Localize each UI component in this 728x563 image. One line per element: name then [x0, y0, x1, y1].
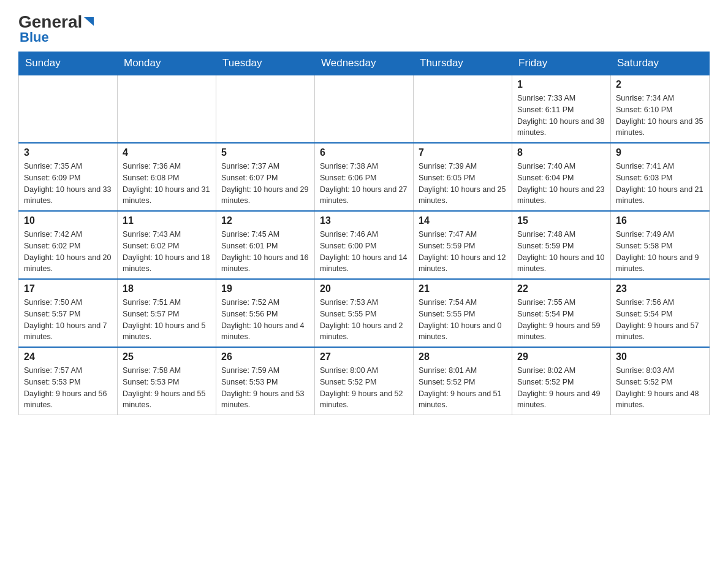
day-number: 4	[123, 147, 211, 158]
day-info: Sunrise: 7:50 AMSunset: 5:57 PMDaylight:…	[24, 297, 112, 343]
calendar-week-2: 3Sunrise: 7:35 AMSunset: 6:09 PMDaylight…	[19, 143, 710, 211]
calendar-cell	[414, 75, 512, 143]
day-number: 24	[24, 351, 112, 362]
weekday-header-tuesday: Tuesday	[216, 52, 315, 75]
weekday-header-row: SundayMondayTuesdayWednesdayThursdayFrid…	[19, 52, 710, 75]
day-info: Sunrise: 7:49 AMSunset: 5:58 PMDaylight:…	[616, 229, 704, 275]
weekday-header-friday: Friday	[512, 52, 611, 75]
day-info: Sunrise: 7:53 AMSunset: 5:55 PMDaylight:…	[320, 297, 408, 343]
calendar-cell: 26Sunrise: 7:59 AMSunset: 5:53 PMDayligh…	[216, 347, 315, 415]
day-info: Sunrise: 7:55 AMSunset: 5:54 PMDaylight:…	[517, 297, 605, 343]
day-info: Sunrise: 7:38 AMSunset: 6:06 PMDaylight:…	[320, 161, 408, 207]
logo-blue-text: Blue	[20, 29, 49, 45]
weekday-header-monday: Monday	[118, 52, 216, 75]
day-info: Sunrise: 7:43 AMSunset: 6:02 PMDaylight:…	[123, 229, 211, 275]
day-info: Sunrise: 7:58 AMSunset: 5:53 PMDaylight:…	[123, 365, 211, 411]
day-number: 25	[123, 351, 211, 362]
calendar-cell: 2Sunrise: 7:34 AMSunset: 6:10 PMDaylight…	[611, 75, 710, 143]
day-number: 22	[517, 283, 605, 294]
calendar-cell: 30Sunrise: 8:03 AMSunset: 5:52 PMDayligh…	[611, 347, 710, 415]
day-number: 2	[616, 79, 704, 90]
day-info: Sunrise: 7:41 AMSunset: 6:03 PMDaylight:…	[616, 161, 704, 207]
weekday-header-saturday: Saturday	[611, 52, 710, 75]
day-number: 17	[24, 283, 112, 294]
day-number: 1	[517, 79, 605, 90]
day-info: Sunrise: 7:35 AMSunset: 6:09 PMDaylight:…	[24, 161, 112, 207]
calendar-week-1: 1Sunrise: 7:33 AMSunset: 6:11 PMDaylight…	[19, 75, 710, 143]
calendar-cell: 7Sunrise: 7:39 AMSunset: 6:05 PMDaylight…	[414, 143, 512, 211]
calendar-cell: 12Sunrise: 7:45 AMSunset: 6:01 PMDayligh…	[216, 211, 315, 279]
calendar-cell: 23Sunrise: 7:56 AMSunset: 5:54 PMDayligh…	[611, 279, 710, 347]
day-info: Sunrise: 7:46 AMSunset: 6:00 PMDaylight:…	[320, 229, 408, 275]
day-info: Sunrise: 7:48 AMSunset: 5:59 PMDaylight:…	[517, 229, 605, 275]
calendar-cell: 22Sunrise: 7:55 AMSunset: 5:54 PMDayligh…	[512, 279, 611, 347]
calendar-cell	[19, 75, 118, 143]
calendar-cell: 5Sunrise: 7:37 AMSunset: 6:07 PMDaylight…	[216, 143, 315, 211]
day-number: 20	[320, 283, 408, 294]
day-info: Sunrise: 7:39 AMSunset: 6:05 PMDaylight:…	[419, 161, 507, 207]
weekday-header-wednesday: Wednesday	[315, 52, 414, 75]
day-number: 15	[517, 215, 605, 226]
weekday-header-sunday: Sunday	[19, 52, 118, 75]
day-number: 5	[221, 147, 309, 158]
day-number: 30	[616, 351, 704, 362]
calendar-table: SundayMondayTuesdayWednesdayThursdayFrid…	[18, 52, 710, 415]
day-number: 13	[320, 215, 408, 226]
day-info: Sunrise: 8:00 AMSunset: 5:52 PMDaylight:…	[320, 365, 408, 411]
day-number: 18	[123, 283, 211, 294]
calendar-week-3: 10Sunrise: 7:42 AMSunset: 6:02 PMDayligh…	[19, 211, 710, 279]
day-number: 12	[221, 215, 309, 226]
day-number: 19	[221, 283, 309, 294]
calendar-cell: 10Sunrise: 7:42 AMSunset: 6:02 PMDayligh…	[19, 211, 118, 279]
day-info: Sunrise: 7:34 AMSunset: 6:10 PMDaylight:…	[616, 93, 704, 139]
day-info: Sunrise: 7:47 AMSunset: 5:59 PMDaylight:…	[419, 229, 507, 275]
calendar-cell	[315, 75, 414, 143]
day-info: Sunrise: 7:42 AMSunset: 6:02 PMDaylight:…	[24, 229, 112, 275]
calendar-cell: 17Sunrise: 7:50 AMSunset: 5:57 PMDayligh…	[19, 279, 118, 347]
calendar-cell: 16Sunrise: 7:49 AMSunset: 5:58 PMDayligh…	[611, 211, 710, 279]
calendar-cell: 25Sunrise: 7:58 AMSunset: 5:53 PMDayligh…	[118, 347, 216, 415]
calendar-cell: 24Sunrise: 7:57 AMSunset: 5:53 PMDayligh…	[19, 347, 118, 415]
calendar-cell: 13Sunrise: 7:46 AMSunset: 6:00 PMDayligh…	[315, 211, 414, 279]
calendar-cell: 19Sunrise: 7:52 AMSunset: 5:56 PMDayligh…	[216, 279, 315, 347]
day-info: Sunrise: 8:01 AMSunset: 5:52 PMDaylight:…	[419, 365, 507, 411]
calendar-cell: 18Sunrise: 7:51 AMSunset: 5:57 PMDayligh…	[118, 279, 216, 347]
day-number: 8	[517, 147, 605, 158]
day-number: 26	[221, 351, 309, 362]
page-header: General Blue	[18, 12, 710, 45]
day-number: 29	[517, 351, 605, 362]
calendar-cell: 8Sunrise: 7:40 AMSunset: 6:04 PMDaylight…	[512, 143, 611, 211]
calendar-cell: 15Sunrise: 7:48 AMSunset: 5:59 PMDayligh…	[512, 211, 611, 279]
day-number: 23	[616, 283, 704, 294]
day-info: Sunrise: 7:37 AMSunset: 6:07 PMDaylight:…	[221, 161, 309, 207]
calendar-cell: 21Sunrise: 7:54 AMSunset: 5:55 PMDayligh…	[414, 279, 512, 347]
day-info: Sunrise: 8:02 AMSunset: 5:52 PMDaylight:…	[517, 365, 605, 411]
day-info: Sunrise: 7:45 AMSunset: 6:01 PMDaylight:…	[221, 229, 309, 275]
calendar-cell: 28Sunrise: 8:01 AMSunset: 5:52 PMDayligh…	[414, 347, 512, 415]
logo: General Blue	[18, 12, 94, 45]
day-number: 27	[320, 351, 408, 362]
day-info: Sunrise: 7:33 AMSunset: 6:11 PMDaylight:…	[517, 93, 605, 139]
calendar-cell	[118, 75, 216, 143]
day-number: 11	[123, 215, 211, 226]
day-number: 14	[419, 215, 507, 226]
day-info: Sunrise: 7:52 AMSunset: 5:56 PMDaylight:…	[221, 297, 309, 343]
day-number: 9	[616, 147, 704, 158]
day-number: 16	[616, 215, 704, 226]
calendar-cell: 4Sunrise: 7:36 AMSunset: 6:08 PMDaylight…	[118, 143, 216, 211]
calendar-cell: 29Sunrise: 8:02 AMSunset: 5:52 PMDayligh…	[512, 347, 611, 415]
day-info: Sunrise: 7:54 AMSunset: 5:55 PMDaylight:…	[419, 297, 507, 343]
calendar-cell: 9Sunrise: 7:41 AMSunset: 6:03 PMDaylight…	[611, 143, 710, 211]
day-info: Sunrise: 7:56 AMSunset: 5:54 PMDaylight:…	[616, 297, 704, 343]
day-number: 3	[24, 147, 112, 158]
day-number: 10	[24, 215, 112, 226]
calendar-cell: 6Sunrise: 7:38 AMSunset: 6:06 PMDaylight…	[315, 143, 414, 211]
day-info: Sunrise: 7:40 AMSunset: 6:04 PMDaylight:…	[517, 161, 605, 207]
calendar-week-5: 24Sunrise: 7:57 AMSunset: 5:53 PMDayligh…	[19, 347, 710, 415]
calendar-cell: 14Sunrise: 7:47 AMSunset: 5:59 PMDayligh…	[414, 211, 512, 279]
calendar-cell: 3Sunrise: 7:35 AMSunset: 6:09 PMDaylight…	[19, 143, 118, 211]
calendar-cell: 20Sunrise: 7:53 AMSunset: 5:55 PMDayligh…	[315, 279, 414, 347]
day-number: 7	[419, 147, 507, 158]
calendar-cell: 1Sunrise: 7:33 AMSunset: 6:11 PMDaylight…	[512, 75, 611, 143]
day-info: Sunrise: 7:59 AMSunset: 5:53 PMDaylight:…	[221, 365, 309, 411]
